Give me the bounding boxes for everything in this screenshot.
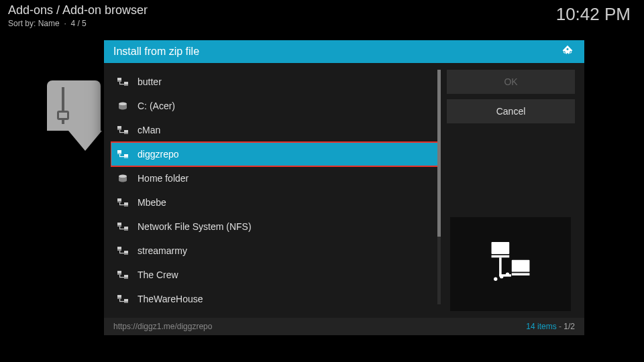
scrollbar[interactable] bbox=[437, 70, 441, 304]
sort-by-label: Sort by: Name bbox=[8, 19, 60, 28]
breadcrumb: Add-ons / Add-on browser bbox=[8, 3, 636, 17]
svg-rect-33 bbox=[117, 250, 121, 251]
svg-rect-21 bbox=[117, 202, 121, 202]
network-share-icon bbox=[117, 247, 128, 255]
list-item[interactable]: butter bbox=[111, 70, 440, 94]
svg-rect-50 bbox=[492, 242, 510, 254]
list-item-label: The Crew bbox=[138, 269, 178, 280]
svg-rect-25 bbox=[119, 204, 124, 205]
footer-path: https://diggz1.me/diggzrepo bbox=[113, 322, 212, 331]
svg-rect-18 bbox=[119, 156, 124, 157]
sort-page: 4 / 5 bbox=[70, 19, 86, 28]
svg-rect-41 bbox=[124, 278, 128, 279]
list-item[interactable]: Network File System (NFS) bbox=[111, 215, 440, 239]
svg-rect-40 bbox=[124, 275, 128, 278]
clock: 10:42 PM bbox=[556, 4, 631, 25]
ok-button[interactable]: OK bbox=[447, 70, 575, 94]
svg-rect-51 bbox=[492, 255, 510, 258]
list-item-label: Home folder bbox=[138, 173, 189, 184]
dialog-side-pane: OK Cancel bbox=[440, 63, 584, 318]
network-share-icon bbox=[117, 223, 128, 231]
network-share-icon bbox=[117, 198, 128, 206]
cancel-button[interactable]: Cancel bbox=[447, 99, 575, 123]
svg-rect-10 bbox=[124, 133, 128, 134]
network-share-icon bbox=[117, 150, 128, 158]
svg-rect-1 bbox=[117, 81, 121, 82]
svg-rect-44 bbox=[117, 295, 121, 298]
list-item-label: streamarmy bbox=[138, 245, 187, 256]
svg-rect-20 bbox=[117, 198, 121, 201]
file-list-pane: butterC: (Acer)cMandiggzrepoHome folderM… bbox=[104, 63, 440, 318]
svg-rect-26 bbox=[117, 223, 121, 225]
svg-rect-12 bbox=[119, 132, 124, 133]
svg-rect-9 bbox=[124, 130, 128, 133]
svg-rect-34 bbox=[124, 251, 128, 253]
svg-rect-15 bbox=[124, 154, 128, 157]
scrollbar-thumb[interactable] bbox=[437, 70, 441, 237]
svg-rect-29 bbox=[124, 230, 128, 231]
install-from-zip-dialog: Install from zip file butterC: (Acer)cMa… bbox=[104, 40, 584, 335]
list-item-label: C: (Acer) bbox=[138, 101, 175, 111]
svg-rect-47 bbox=[124, 302, 128, 303]
svg-point-19 bbox=[119, 175, 127, 178]
list-item[interactable]: The Crew bbox=[111, 263, 440, 287]
svg-rect-3 bbox=[124, 85, 128, 86]
disk-icon bbox=[117, 102, 128, 110]
svg-rect-31 bbox=[119, 229, 124, 229]
window-header: Add-ons / Add-on browser Sort by: Name ·… bbox=[8, 3, 636, 28]
disk-icon bbox=[117, 174, 128, 182]
list-item[interactable]: Home folder bbox=[111, 166, 440, 190]
svg-rect-23 bbox=[124, 206, 128, 206]
svg-rect-39 bbox=[117, 274, 121, 275]
svg-rect-5 bbox=[119, 84, 124, 84]
list-item[interactable]: diggzrepo bbox=[111, 142, 440, 166]
dialog-title-bar: Install from zip file bbox=[104, 40, 584, 63]
svg-rect-32 bbox=[117, 247, 121, 249]
network-share-icon bbox=[117, 271, 128, 279]
svg-rect-35 bbox=[124, 254, 128, 255]
list-item-label: Network File System (NFS) bbox=[138, 221, 252, 232]
network-share-icon bbox=[117, 295, 128, 303]
svg-rect-37 bbox=[119, 253, 124, 253]
list-item-label: diggzrepo bbox=[138, 149, 179, 160]
network-share-icon bbox=[117, 78, 128, 86]
list-item[interactable]: C: (Acer) bbox=[111, 94, 440, 118]
list-item-label: Mbebe bbox=[138, 197, 166, 208]
network-share-icon bbox=[117, 126, 128, 134]
list-item-label: cMan bbox=[138, 125, 160, 135]
svg-rect-45 bbox=[117, 298, 121, 299]
svg-rect-0 bbox=[117, 78, 121, 80]
svg-rect-13 bbox=[117, 150, 121, 153]
network-devices-icon bbox=[450, 217, 571, 311]
footer-page: 1/2 bbox=[564, 322, 575, 331]
svg-rect-46 bbox=[124, 299, 128, 302]
list-item-label: TheWareHouse bbox=[138, 294, 203, 304]
svg-rect-38 bbox=[117, 271, 121, 274]
list-item[interactable]: Mbebe bbox=[111, 190, 440, 215]
svg-rect-53 bbox=[512, 273, 530, 276]
svg-rect-28 bbox=[124, 227, 128, 229]
svg-rect-16 bbox=[124, 158, 128, 158]
footer-item-count: 14 items bbox=[526, 322, 556, 331]
svg-rect-49 bbox=[119, 301, 124, 302]
list-item[interactable]: TheWareHouse bbox=[111, 287, 440, 311]
sort-line: Sort by: Name · 4 / 5 bbox=[8, 19, 636, 28]
svg-rect-14 bbox=[117, 154, 121, 154]
list-item[interactable]: cMan bbox=[111, 118, 440, 142]
svg-rect-22 bbox=[124, 202, 128, 205]
svg-rect-8 bbox=[117, 129, 121, 130]
svg-point-54 bbox=[494, 278, 497, 281]
svg-rect-7 bbox=[117, 126, 121, 129]
svg-rect-27 bbox=[117, 226, 121, 227]
svg-point-6 bbox=[119, 103, 127, 106]
zip-icon bbox=[47, 80, 101, 161]
svg-rect-43 bbox=[119, 277, 124, 278]
dialog-title: Install from zip file bbox=[113, 46, 199, 58]
svg-rect-52 bbox=[512, 260, 530, 272]
list-item[interactable]: streamarmy bbox=[111, 239, 440, 263]
kodi-logo-icon bbox=[560, 44, 575, 59]
list-item-label: butter bbox=[138, 76, 162, 87]
svg-rect-2 bbox=[124, 82, 128, 84]
svg-rect-58 bbox=[499, 274, 511, 277]
svg-rect-57 bbox=[499, 257, 502, 276]
